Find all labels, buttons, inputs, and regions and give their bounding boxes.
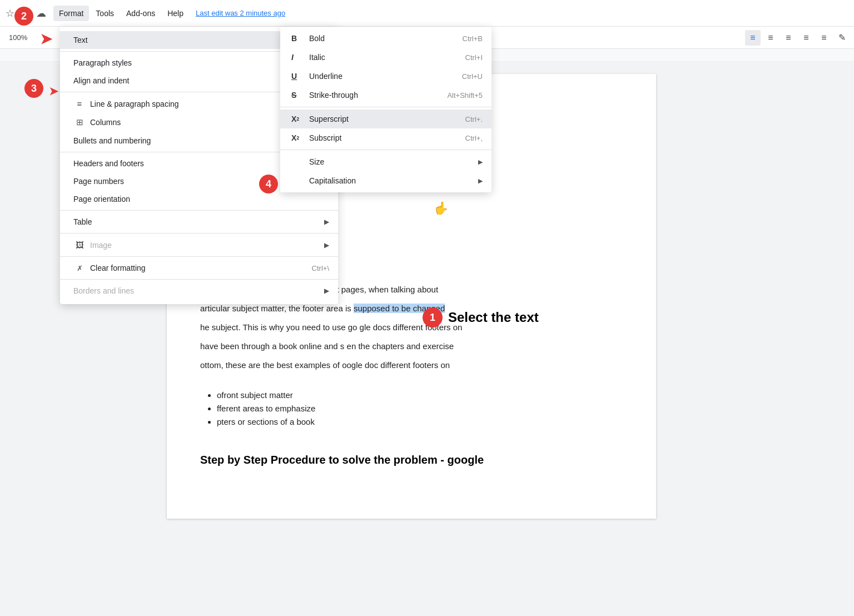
submenu-divider-2 bbox=[280, 150, 491, 150]
doc-bullets: ofront subject matter fferent areas to e… bbox=[217, 389, 623, 429]
borders-label: Borders and lines bbox=[73, 286, 324, 295]
doc-body-6: ottom, these are the best examples of oo… bbox=[200, 359, 623, 372]
underline-label: Underline bbox=[309, 72, 342, 81]
underline-icon: U bbox=[291, 72, 305, 81]
bullet-2: fferent areas to emphasize bbox=[217, 402, 623, 415]
doc-body-5: have been through a book online and s en… bbox=[200, 340, 623, 353]
options-btn[interactable]: ✎ bbox=[834, 30, 850, 46]
bold-shortcut: Ctrl+B bbox=[463, 34, 483, 43]
top-bar: ☆ 📁 ☁ Format Tools Add-ons Help Last edi… bbox=[0, 0, 854, 27]
strikethrough-label: Strike-through bbox=[309, 91, 358, 100]
align-center-btn[interactable]: ≡ bbox=[763, 30, 778, 46]
menu-addons[interactable]: Add-ons bbox=[121, 6, 161, 21]
align-left-btn[interactable]: ≡ bbox=[745, 30, 761, 46]
format-item-page-orientation[interactable]: Page orientation bbox=[60, 190, 338, 208]
subscript-icon: X2 bbox=[291, 133, 305, 142]
borders-arrow: ▶ bbox=[324, 287, 329, 295]
menu-bar: Format Tools Add-ons Help Last edit was … bbox=[53, 6, 285, 21]
cursor-hand-icon: 👆 bbox=[434, 201, 449, 216]
table-label: Table bbox=[73, 217, 324, 226]
badge-4: 4 bbox=[259, 175, 278, 193]
columns-icon: ⊞ bbox=[73, 117, 86, 127]
size-arrow-icon: ▶ bbox=[478, 158, 483, 166]
format-section-image: 🖼 Image ▶ bbox=[60, 234, 338, 257]
menu-tools[interactable]: Tools bbox=[90, 6, 120, 21]
format-section-borders: Borders and lines ▶ bbox=[60, 280, 338, 302]
superscript-icon: X2 bbox=[291, 115, 305, 123]
page-orientation-label: Page orientation bbox=[73, 195, 329, 203]
step1-container: 1 Select the text bbox=[423, 307, 539, 327]
italic-shortcut: Ctrl+I bbox=[465, 53, 483, 62]
image-icon: 🖼 bbox=[73, 240, 86, 250]
bold-icon: B bbox=[291, 34, 305, 43]
star-icon[interactable]: ☆ bbox=[4, 8, 16, 19]
superscript-shortcut: Ctrl+. bbox=[465, 115, 483, 123]
strikethrough-shortcut: Alt+Shift+5 bbox=[447, 91, 483, 100]
badge-2: 2 bbox=[14, 7, 33, 26]
submenu-superscript[interactable]: X2 Superscript Ctrl+. bbox=[280, 110, 491, 128]
bold-label: Bold bbox=[309, 34, 325, 43]
doc-footer-heading: Step by Step Procedure to solve the prob… bbox=[200, 451, 623, 469]
capitalisation-arrow-icon: ▶ bbox=[478, 177, 483, 185]
doc-body-4: he subject. This is why you need to use … bbox=[200, 321, 623, 334]
size-label: Size bbox=[309, 157, 324, 166]
italic-label: Italic bbox=[309, 53, 325, 62]
format-item-table[interactable]: Table ▶ bbox=[60, 213, 338, 231]
badge-3: 3 bbox=[24, 79, 43, 98]
submenu-underline[interactable]: U Underline Ctrl+U bbox=[280, 67, 491, 86]
format-section-table: Table ▶ bbox=[60, 211, 338, 234]
step1-text: Select the text bbox=[448, 310, 539, 325]
underline-shortcut: Ctrl+U bbox=[462, 72, 483, 81]
capitalisation-label: Capitalisation bbox=[309, 176, 356, 185]
menu-format[interactable]: Format bbox=[53, 6, 89, 21]
subscript-label: Subscript bbox=[309, 133, 341, 142]
submenu-subscript[interactable]: X2 Subscript Ctrl+, bbox=[280, 128, 491, 147]
table-arrow: ▶ bbox=[324, 218, 329, 226]
menu-help[interactable]: Help bbox=[162, 6, 189, 21]
submenu-capitalisation[interactable]: Capitalisation ▶ bbox=[280, 171, 491, 190]
clear-shortcut: Ctrl+\ bbox=[312, 264, 329, 272]
text-submenu: B Bold Ctrl+B I Italic Ctrl+I U Underlin… bbox=[280, 27, 491, 192]
bullet-3: pters or sections of a book bbox=[217, 415, 623, 429]
badge-1: 1 bbox=[423, 307, 443, 327]
subscript-shortcut: Ctrl+, bbox=[465, 134, 483, 142]
submenu-bold[interactable]: B Bold Ctrl+B bbox=[280, 29, 491, 48]
bullet-1: ofront subject matter bbox=[217, 389, 623, 402]
submenu-strikethrough[interactable]: S Strike-through Alt+Shift+5 bbox=[280, 86, 491, 105]
submenu-italic[interactable]: I Italic Ctrl+I bbox=[280, 48, 491, 67]
format-item-clear-formatting[interactable]: ✗ Clear formatting Ctrl+\ bbox=[60, 259, 338, 277]
clear-formatting-icon: ✗ bbox=[73, 264, 86, 272]
submenu-divider-1 bbox=[280, 107, 491, 107]
align-right-btn[interactable]: ≡ bbox=[781, 30, 796, 46]
line-spacing-icon: ≡ bbox=[73, 99, 86, 108]
submenu-size[interactable]: Size ▶ bbox=[280, 152, 491, 171]
arrow-to-format-icon: ➤ bbox=[40, 31, 52, 48]
strikethrough-icon: S bbox=[291, 91, 305, 100]
arrow-to-zoom-icon: ➤ bbox=[49, 85, 58, 98]
image-label: Image bbox=[90, 241, 324, 250]
format-item-image: 🖼 Image ▶ bbox=[60, 236, 338, 254]
format-section-clear: ✗ Clear formatting Ctrl+\ bbox=[60, 257, 338, 280]
format-item-borders: Borders and lines ▶ bbox=[60, 282, 338, 300]
italic-icon: I bbox=[291, 53, 305, 62]
align-justify-btn[interactable]: ≡ bbox=[798, 30, 814, 46]
zoom-level[interactable]: 100% bbox=[4, 31, 32, 44]
cloud-icon[interactable]: ☁ bbox=[36, 8, 47, 19]
superscript-label: Superscript bbox=[309, 115, 349, 123]
last-edit-label: Last edit was 2 minutes ago bbox=[196, 9, 285, 17]
line-spacing-btn[interactable]: ≡ bbox=[816, 30, 832, 46]
image-arrow: ▶ bbox=[324, 241, 329, 249]
clear-formatting-label: Clear formatting bbox=[90, 264, 312, 272]
